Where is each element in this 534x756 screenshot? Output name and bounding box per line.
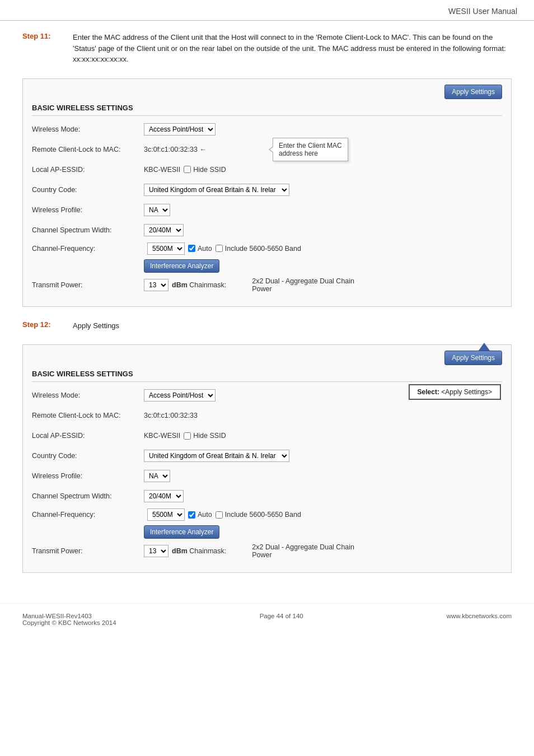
hide-ssid-checkbox-2[interactable] <box>184 432 191 440</box>
page-header: WESII User Manual <box>0 0 534 21</box>
callout-line2: address here <box>279 150 318 157</box>
channel-spectrum-row-2: Channel Spectrum Width: 20/40M <box>32 488 502 504</box>
channel-spectrum-select-2[interactable]: 20/40M <box>144 490 184 502</box>
footer-left-line2: Copyright © KBC Networks 2014 <box>22 619 116 626</box>
country-code-select-2[interactable]: United Kingdom of Great Britain & N. Ire… <box>144 450 289 462</box>
hide-ssid-checkbox[interactable] <box>184 166 191 173</box>
auto-checkbox[interactable] <box>188 245 195 252</box>
mac-address-2: 3c:0f:c1:00:32:33 <box>144 412 198 419</box>
arrow-up-icon <box>479 343 490 351</box>
wireless-mode-label-2: Wireless Mode: <box>32 391 144 399</box>
footer-left-line1: Manual-WESII-Rev1403 <box>22 613 116 619</box>
wireless-mode-row: Wireless Mode: Access Point/Host <box>32 122 502 137</box>
transmit-power-row-2: Transmit Power: 13 dBm Chainmask: 2x2 Du… <box>32 543 502 559</box>
transmit-power-select-2[interactable]: 13 <box>144 545 168 557</box>
country-code-label: Country Code: <box>32 186 144 194</box>
panel1: Apply Settings BASIC WIRELESS SETTINGS W… <box>22 78 512 307</box>
local-ap-essid-row-2: Local AP-ESSID: KBC-WESII Hide SSID <box>32 428 502 444</box>
local-ap-essid-label: Local AP-ESSID: <box>32 166 144 174</box>
country-code-select[interactable]: United Kingdom of Great Britain & N. Ire… <box>144 184 289 196</box>
include-band-text-2: Include 5600-5650 Band <box>225 511 301 519</box>
apply-settings-button-1[interactable]: Apply Settings <box>444 85 502 99</box>
local-ap-essid-row: Local AP-ESSID: KBC-WESII Hide SSID <box>32 162 502 178</box>
step11-text: Enter the MAC address of the Client unit… <box>73 32 512 65</box>
remote-client-lock-value-2: 3c:0f:c1:00:32:33 <box>144 412 198 419</box>
include-band-label-2: Include 5600-5650 Band <box>216 511 301 519</box>
power-desc: 2x2 Dual - Aggregate Dual ChainPower <box>252 277 354 293</box>
channel-frequency-select-2[interactable]: 5500M <box>147 508 185 521</box>
include-band-label: Include 5600-5650 Band <box>216 245 301 253</box>
wireless-mode-value: Access Point/Host <box>144 123 216 136</box>
include-band-checkbox[interactable] <box>216 245 223 252</box>
transmit-power-value-2: 13 dBm Chainmask: 2x2 Dual - Aggregate D… <box>144 543 354 559</box>
channel-frequency-select[interactable]: 5500M <box>147 242 185 255</box>
include-band-text: Include 5600-5650 Band <box>225 245 301 253</box>
country-code-row-2: Country Code: United Kingdom of Great Br… <box>32 448 502 464</box>
remote-client-lock-label-2: Remote Client-Lock to MAC: <box>32 412 144 419</box>
interference-analyzer-button[interactable]: Interference Analyzer <box>144 259 219 273</box>
wireless-mode-label: Wireless Mode: <box>32 125 144 133</box>
channel-frequency-value: 5500M Auto Include 5600-5650 Band <box>147 242 301 255</box>
channel-frequency-row: Channel-Frequency: 5500M Auto Include 56… <box>32 242 502 273</box>
essid-text: KBC-WESII <box>144 166 180 174</box>
page-content: Step 11: Enter the MAC address of the Cl… <box>0 21 534 598</box>
country-code-value: United Kingdom of Great Britain & N. Ire… <box>144 184 289 196</box>
wireless-profile-row: Wireless Profile: NA <box>32 202 502 218</box>
remote-client-lock-row: Remote Client-Lock to MAC: 3c:0f:c1:00:3… <box>32 142 502 157</box>
wireless-profile-select-2[interactable]: NA <box>144 470 170 482</box>
auto-checkbox-2[interactable] <box>188 511 195 519</box>
dbm-chainmask-label: dBm Chainmask: <box>172 281 226 289</box>
remote-client-lock-row-2: Remote Client-Lock to MAC: 3c:0f:c1:00:3… <box>32 408 502 423</box>
auto-label: Auto <box>188 245 212 253</box>
page-title: WESII User Manual <box>448 7 517 16</box>
channel-spectrum-label-2: Channel Spectrum Width: <box>32 492 144 500</box>
wireless-mode-select-2[interactable]: Access Point/Host <box>144 389 216 402</box>
channel-spectrum-row: Channel Spectrum Width: 20/40M <box>32 222 502 238</box>
hide-ssid-label-2: Hide SSID <box>184 432 226 440</box>
country-code-value-2: United Kingdom of Great Britain & N. Ire… <box>144 450 289 462</box>
country-code-label-2: Country Code: <box>32 452 144 460</box>
mac-address: 3c:0f:c1:00:32:33 ← <box>144 146 207 153</box>
transmit-power-label-2: Transmit Power: <box>32 547 144 555</box>
hide-ssid-text-2: Hide SSID <box>193 432 226 440</box>
channel-frequency-value-2: 5500M Auto Include 5600-5650 Band <box>147 508 301 521</box>
wireless-profile-value-2: NA <box>144 470 170 482</box>
remote-client-lock-value: 3c:0f:c1:00:32:33 ← <box>144 146 207 153</box>
footer-right: www.kbcnetworks.com <box>447 613 512 626</box>
footer-left: Manual-WESII-Rev1403 Copyright © KBC Net… <box>22 613 116 626</box>
channel-frequency-label-2: Channel-Frequency: <box>32 511 144 519</box>
callout-line1: Enter the Client MAC <box>279 142 342 150</box>
wireless-profile-label: Wireless Profile: <box>32 206 144 214</box>
section-title-2: BASIC WIRELESS SETTINGS <box>32 370 502 382</box>
country-code-row: Country Code: United Kingdom of Great Br… <box>32 182 502 198</box>
local-ap-essid-value: KBC-WESII Hide SSID <box>144 166 226 174</box>
essid-text-2: KBC-WESII <box>144 432 180 440</box>
hide-ssid-text: Hide SSID <box>193 166 226 174</box>
mac-callout: Enter the Client MAC address here <box>273 138 348 161</box>
channel-spectrum-value: 20/40M <box>144 224 184 236</box>
transmit-power-row: Transmit Power: 13 dBm Chainmask: 2x2 Du… <box>32 277 502 293</box>
step12-block: Step 12: Apply Settings <box>22 320 512 332</box>
page-footer: Manual-WESII-Rev1403 Copyright © KBC Net… <box>0 603 534 632</box>
footer-center: Page 44 of 140 <box>260 613 303 626</box>
wireless-profile-select[interactable]: NA <box>144 204 170 216</box>
wireless-profile-value: NA <box>144 204 170 216</box>
panel2: Apply Settings Select: <Apply Settings> … <box>22 344 512 573</box>
channel-frequency-row-2: Channel-Frequency: 5500M Auto Include 56… <box>32 508 502 539</box>
hide-ssid-label: Hide SSID <box>184 166 226 174</box>
step11-block: Step 11: Enter the MAC address of the Cl… <box>22 32 512 65</box>
channel-spectrum-label: Channel Spectrum Width: <box>32 226 144 234</box>
auto-text: Auto <box>198 245 212 253</box>
wireless-mode-select[interactable]: Access Point/Host <box>144 123 216 136</box>
transmit-power-select[interactable]: 13 <box>144 279 168 291</box>
step11-label: Step 11: <box>22 32 73 65</box>
apply-settings-button-2[interactable]: Apply Settings <box>444 351 502 365</box>
interference-analyzer-button-2[interactable]: Interference Analyzer <box>144 525 219 539</box>
select-text: <Apply Settings> <box>441 388 492 396</box>
channel-spectrum-select[interactable]: 20/40M <box>144 224 184 236</box>
section-title-1: BASIC WIRELESS SETTINGS <box>32 104 502 116</box>
include-band-checkbox-2[interactable] <box>216 511 223 519</box>
select-bold: Select: <box>418 388 439 396</box>
select-callout: Select: <Apply Settings> <box>409 384 501 400</box>
wireless-profile-row-2: Wireless Profile: NA <box>32 468 502 484</box>
